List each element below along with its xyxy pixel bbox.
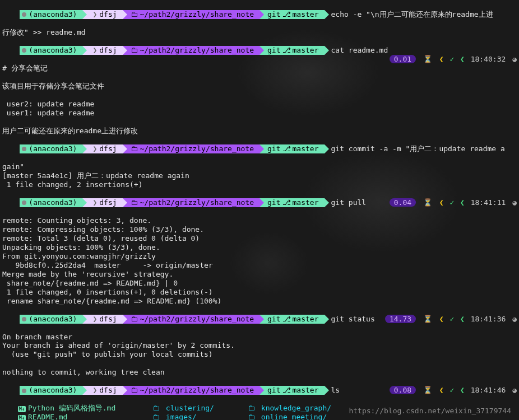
output-line: remote: Total 3 (delta 0), reused 0 (del…: [2, 234, 517, 243]
folder-icon: 🗀: [152, 404, 160, 412]
host-segment: ❯dfsj: [82, 10, 122, 19]
prompt-line[interactable]: (anaconda3)❯dfsj🗀~/path2/grizzly/share_n…: [2, 1, 517, 28]
separator-icon: ❮: [460, 315, 465, 323]
clock-icon: ◕: [512, 55, 517, 63]
folder-icon: 🗀: [131, 46, 138, 54]
prompt-line[interactable]: (anaconda3)❯dfsj🗀~/path2/grizzly/share_n…: [2, 189, 517, 216]
folder-icon: 🗀: [248, 413, 255, 420]
env-segment: (anaconda3): [20, 46, 82, 55]
separator-icon: ❮: [439, 55, 444, 63]
env-segment: (anaconda3): [20, 386, 82, 395]
folder-icon: 🗀: [131, 386, 138, 394]
prompt-line[interactable]: (anaconda3)❯dfsj🗀~/path2/grizzly/share_n…: [2, 306, 517, 333]
duration-pill: 0.08: [390, 386, 416, 394]
file-markdown: M↓Python 编码风格指导.md: [18, 404, 152, 413]
clock-time: 18:41:11: [471, 198, 506, 207]
output-line: remote: Compressing objects: 100% (3/3),…: [2, 225, 517, 234]
branch-icon: ⎇: [282, 386, 291, 394]
separator-icon: ❮: [439, 315, 444, 323]
check-icon: ✓: [450, 55, 454, 63]
path-segment: 🗀~/path2/grizzly/share_note: [123, 386, 260, 395]
env-segment: (anaconda3): [20, 10, 82, 19]
branch-icon: ⎇: [282, 315, 291, 323]
folder-icon: 🗀: [131, 10, 138, 18]
prompt-line[interactable]: (anaconda3)❯dfsj🗀~/path2/grizzly/share_n…: [2, 136, 517, 162]
git-segment: git⎇master: [260, 198, 324, 207]
host-segment: ❯dfsj: [82, 144, 122, 153]
output-line: 该项目用于存储分享会笔记文件: [2, 82, 517, 91]
output-line: # 分享会笔记: [2, 64, 517, 73]
hourglass-icon: ⏳: [423, 198, 432, 207]
output-line: [2, 359, 517, 368]
output-line: user2: update readme: [2, 100, 517, 109]
separator-icon: ❮: [439, 198, 444, 207]
output-line: [2, 91, 517, 100]
directory: 🗀 clustering/: [152, 404, 248, 413]
command-text: git pull: [331, 198, 367, 207]
command-text: echo -e "\n用户二可能还在原来的readme上进: [331, 10, 493, 18]
env-segment: (anaconda3): [20, 315, 82, 324]
directory: 🗀 images/: [152, 413, 248, 420]
command-text: git status: [331, 315, 375, 323]
branch-icon: ⎇: [282, 198, 291, 207]
output-line: [2, 73, 517, 82]
host-segment: ❯dfsj: [82, 198, 122, 207]
check-icon: ✓: [450, 315, 454, 323]
clock-time: 18:40:32: [471, 55, 506, 63]
separator-icon: ❮: [460, 55, 465, 63]
prompt-line[interactable]: (anaconda3)❯dfsj🗀~/path2/grizzly/share_n…: [2, 37, 517, 64]
output-line: [master 5aa4e1c] 用户二：update readme again: [2, 171, 517, 180]
command-continuation: gain": [2, 162, 517, 171]
separator-icon: ❮: [439, 386, 444, 394]
output-line: rename share_note/{readme.md => README.m…: [2, 297, 517, 306]
output-line: 1 file changed, 0 insertions(+), 0 delet…: [2, 288, 517, 297]
host-segment: ❯dfsj: [82, 386, 122, 395]
output-line: From git.yonyou.com:wangjhr/grizzly: [2, 252, 517, 261]
host-segment: ❯dfsj: [82, 46, 122, 55]
hourglass-icon: ⏳: [423, 315, 432, 323]
check-icon: ✓: [450, 198, 454, 207]
output-line: 9bd8cf0..25d2da4 master -> origin/master: [2, 261, 517, 270]
output-line: user1: update readme: [2, 109, 517, 118]
output-line: Unpacking objects: 100% (3/3), done.: [2, 243, 517, 252]
git-segment: git⎇master: [260, 386, 324, 395]
hourglass-icon: ⏳: [423, 55, 432, 63]
output-line: 1 file changed, 2 insertions(+): [2, 180, 517, 189]
folder-icon: 🗀: [131, 198, 138, 207]
path-segment: 🗀~/path2/grizzly/share_note: [123, 10, 260, 19]
branch-icon: ⎇: [282, 46, 291, 54]
directory: 🗀 knowledge_graph/: [248, 404, 349, 413]
output-line: Merge made by the 'recursive' strategy.: [2, 270, 517, 279]
command-continuation: 行修改" >> readme.md: [2, 28, 517, 37]
clock-icon: ◕: [512, 198, 517, 207]
git-segment: git⎇master: [260, 10, 324, 19]
output-line: nothing to commit, working tree clean: [2, 368, 517, 377]
output-line: Your branch is ahead of 'origin/master' …: [2, 341, 517, 350]
output-line: On branch master: [2, 333, 517, 342]
path-segment: 🗀~/path2/grizzly/share_note: [123, 144, 260, 153]
output-line: remote: Counting objects: 3, done.: [2, 216, 517, 225]
git-segment: git⎇master: [260, 46, 324, 55]
output-line: [2, 118, 517, 127]
folder-icon: 🗀: [152, 413, 160, 420]
clock-time: 18:41:46: [471, 386, 506, 394]
host-segment: ❯dfsj: [82, 315, 122, 324]
watermark-text: https://blog.csdn.net/weixin_37179744: [349, 407, 511, 416]
command-text: git commit -a -m "用户二：update readme a: [331, 144, 505, 153]
git-segment: git⎇master: [260, 144, 324, 153]
clock-time: 18:41:36: [471, 315, 506, 323]
file-markdown: M↓README.md: [18, 413, 152, 420]
command-text: ls: [331, 386, 340, 394]
clock-icon: ◕: [512, 315, 517, 323]
folder-icon: 🗀: [131, 315, 138, 323]
folder-icon: 🗀: [248, 404, 255, 412]
command-text: cat readme.md: [331, 46, 388, 54]
duration-pill: 0.01: [390, 55, 416, 63]
output-line: 用户二可能还在原来的readme上进行修改: [2, 127, 517, 136]
path-segment: 🗀~/path2/grizzly/share_note: [123, 198, 260, 207]
branch-icon: ⎇: [282, 10, 291, 18]
directory: 🗀 online_meeting/: [248, 413, 349, 420]
terminal-output[interactable]: (anaconda3)❯dfsj🗀~/path2/grizzly/share_n…: [2, 1, 517, 420]
path-segment: 🗀~/path2/grizzly/share_note: [123, 46, 260, 55]
prompt-line[interactable]: (anaconda3)❯dfsj🗀~/path2/grizzly/share_n…: [2, 377, 517, 404]
